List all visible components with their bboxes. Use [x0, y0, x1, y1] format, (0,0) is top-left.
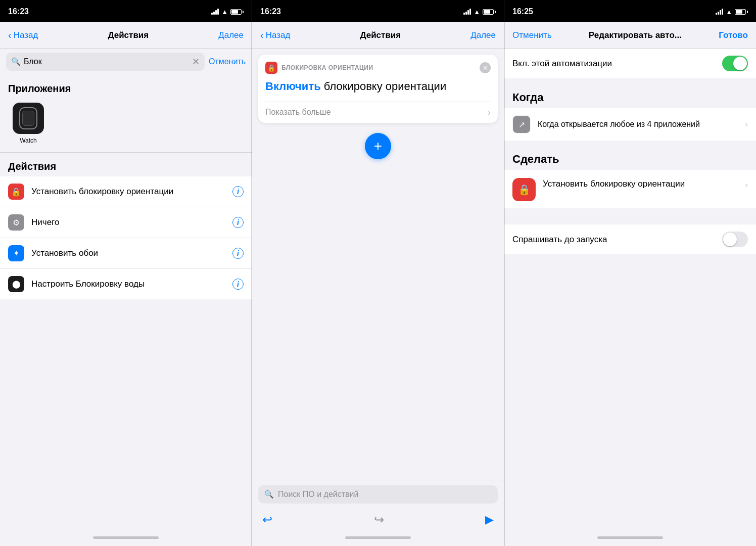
time-1: 16:23 — [8, 7, 29, 16]
wifi-icon-2: ▲ — [474, 8, 480, 16]
show-more-text: Показать больше — [265, 108, 331, 117]
battery-icon-3 — [735, 9, 748, 15]
search-wrap-1: 🔍 ✕ Отменить — [0, 49, 252, 75]
signal-icon-2 — [463, 9, 471, 15]
cancel-search-1[interactable]: Отменить — [209, 57, 246, 66]
p3-spacer — [504, 208, 756, 224]
sdelat-item-inner: 🔒 Установить блокировку ориентации › — [512, 178, 748, 201]
back-label-2: Назад — [266, 30, 291, 40]
sdelat-section: 🔒 Установить блокировку ориентации › — [504, 170, 756, 208]
wifi-icon-1: ▲ — [221, 8, 228, 16]
action-icon-2: ✦ — [8, 245, 24, 261]
undo-button[interactable]: ↩ — [262, 513, 272, 527]
status-bar-1: 16:23 ▲ — [0, 0, 252, 22]
info-button-2[interactable]: i — [232, 248, 244, 259]
p2-spacer — [252, 169, 504, 480]
home-bar-2 — [345, 536, 411, 539]
ask-toggle[interactable] — [722, 232, 748, 247]
ask-label: Спрашивать до запуска — [512, 235, 722, 245]
water-icon: ⬤ — [12, 280, 21, 289]
bottom-search-icon: 🔍 — [264, 490, 274, 499]
action-item-2[interactable]: ✦ Установить обои i — [0, 238, 252, 269]
sdelat-label: Установить блокировку ориентации — [543, 179, 685, 189]
bottom-search-bar[interactable]: 🔍 Поиск ПО и действий — [258, 485, 498, 504]
watch-app-icon — [13, 103, 44, 134]
card-icon: 🔒 — [265, 62, 277, 74]
panel-3: 16:25 ▲ Отменить Редактировать авто... Г… — [504, 0, 756, 546]
nav-bar-2: ‹ Назад Действия Далее — [252, 22, 504, 49]
nav-bar-1: ‹ Назад Действия Далее — [0, 22, 252, 49]
next-button-2[interactable]: Далее — [470, 30, 496, 40]
add-action-button[interactable]: + — [365, 133, 391, 159]
sdelat-lock-icon: 🔒 — [518, 184, 531, 196]
actions-section-header: Действия — [0, 153, 252, 176]
redo-button[interactable]: ↪ — [374, 513, 384, 527]
card-footer: Показать больше › — [265, 102, 491, 123]
back-button-2[interactable]: ‹ Назад — [260, 29, 290, 41]
signal-icon-1 — [211, 9, 219, 15]
clear-button-1[interactable]: ✕ — [192, 56, 200, 67]
kogda-chevron-icon: › — [745, 119, 748, 129]
home-bar-1 — [93, 536, 159, 539]
action-item-0[interactable]: 🔒 Установить блокировку ориентации i — [0, 176, 252, 207]
nav-title-1: Действия — [108, 30, 149, 40]
time-3: 16:25 — [512, 7, 533, 16]
actions-list: 🔒 Установить блокировку ориентации i ⚙ Н… — [0, 176, 252, 529]
action-label-2: Установить обои — [31, 248, 225, 259]
chevron-left-icon-2: ‹ — [260, 29, 264, 41]
status-bar-3: 16:25 ▲ — [504, 0, 756, 22]
action-item-1[interactable]: ⚙ Ничего i — [0, 207, 252, 238]
wallpaper-icon: ✦ — [13, 249, 20, 258]
sdelat-text-wrap: Установить блокировку ориентации — [543, 178, 738, 190]
panel-1: 16:23 ▲ ‹ Назад Действия Далее 🔍 ✕ — [0, 0, 252, 546]
status-icons-2: ▲ — [463, 8, 496, 16]
card-highlight-word[interactable]: Включить — [265, 80, 321, 93]
action-icon-1: ⚙ — [8, 214, 24, 231]
home-bar-3 — [597, 536, 663, 539]
enable-toggle[interactable] — [722, 56, 748, 71]
card-lock-icon: 🔒 — [267, 64, 275, 72]
arrow-icon-wrap: ↗ — [512, 115, 531, 133]
action-item-3[interactable]: ⬤ Настроить Блокировку воды i — [0, 269, 252, 299]
kogda-item[interactable]: ↗ Когда открывается любое из 4 приложени… — [504, 108, 756, 141]
wifi-icon-3: ▲ — [726, 8, 732, 16]
nav-title-3: Редактировать авто... — [589, 30, 682, 40]
play-button[interactable]: ▶ — [485, 513, 494, 526]
back-button-1[interactable]: ‹ Назад — [8, 29, 38, 41]
watch-app-label: Watch — [20, 137, 37, 144]
kogda-section: ↗ Когда открывается любое из 4 приложени… — [504, 108, 756, 141]
info-button-3[interactable]: i — [232, 279, 244, 290]
lock-icon: 🔒 — [11, 187, 21, 197]
app-item-watch[interactable]: Watch — [8, 103, 49, 144]
watch-face-inner — [22, 111, 34, 126]
action-toolbar: ↩ ↪ ▶ — [252, 509, 504, 529]
card-close-button[interactable]: ✕ — [480, 62, 491, 73]
ask-toggle-row: Спрашивать до запуска — [504, 224, 756, 254]
search-icon-1: 🔍 — [11, 57, 21, 66]
home-indicator-2 — [252, 529, 504, 546]
app-grid: Watch — [0, 99, 252, 152]
time-2: 16:23 — [260, 7, 281, 16]
chevron-left-icon-1: ‹ — [8, 29, 12, 41]
battery-icon-1 — [230, 9, 244, 15]
show-more-chevron-icon[interactable]: › — [488, 107, 491, 118]
sdelat-item[interactable]: 🔒 Установить блокировку ориентации › — [512, 178, 748, 201]
search-input-1[interactable] — [24, 57, 189, 66]
toggle-knob-off — [723, 233, 737, 246]
info-button-0[interactable]: i — [232, 186, 244, 197]
kogda-item-text: Когда открывается любое из 4 приложений — [538, 119, 738, 130]
next-button-1[interactable]: Далее — [218, 30, 244, 40]
info-button-1[interactable]: i — [232, 217, 244, 228]
action-label-1: Ничего — [31, 217, 225, 228]
card-body: Включить блокировку ориентации — [265, 79, 491, 102]
card-category: БЛОКИРОВКА ОРИЕНТАЦИИ — [281, 64, 476, 71]
gear-icon: ⚙ — [13, 218, 20, 228]
nav-title-2: Действия — [360, 30, 401, 40]
search-bar-1: 🔍 ✕ — [6, 53, 205, 71]
nav-bar-3: Отменить Редактировать авто... Готово — [504, 22, 756, 49]
bottom-search-placeholder: Поиск ПО и действий — [278, 490, 492, 499]
cancel-button-3[interactable]: Отменить — [512, 30, 552, 40]
done-button-3[interactable]: Готово — [719, 30, 748, 40]
enable-label: Вкл. этой автоматизации — [512, 59, 722, 69]
card-header: 🔒 БЛОКИРОВКА ОРИЕНТАЦИИ ✕ — [265, 62, 491, 74]
